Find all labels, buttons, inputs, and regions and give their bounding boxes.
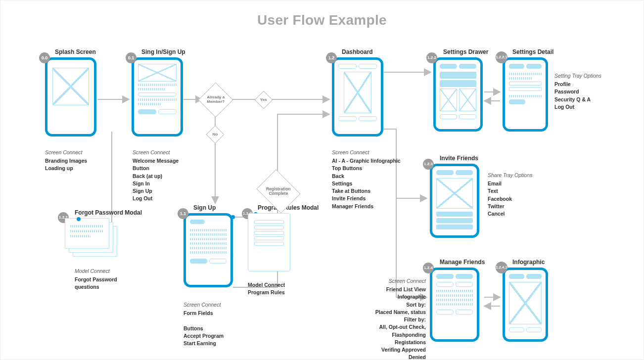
node-settings: Settings Drawer 1.2.2 xyxy=(433,57,483,132)
desc-rules: Model Connect Program Rules xyxy=(248,281,317,296)
label-dashboard: Dashboard xyxy=(342,48,373,55)
desc-signin: Screen Connect Welcome Message Button Ba… xyxy=(133,149,212,203)
badge-manage: 1.2.4 xyxy=(423,263,434,273)
page-title: User Flow Example xyxy=(0,12,644,28)
badge-settings: 1.2.2 xyxy=(426,52,437,63)
node-info: Infographic 1.2.4.1 xyxy=(503,268,548,342)
label-settings: Settings Drawer xyxy=(443,48,488,55)
node-splash: Splash Screen 0.0 xyxy=(45,57,96,136)
label-invite: Invite Friends xyxy=(440,155,478,162)
badge-info: 1.2.4.1 xyxy=(496,262,507,273)
desc-invite: Share Tray Options Email Text Facebook T… xyxy=(488,172,562,218)
decision-member: Already a Member? xyxy=(198,83,233,118)
badge-detail: 1.2.2.1 xyxy=(496,51,507,63)
label-splash: Splash Screen xyxy=(55,48,96,55)
node-signup: Sign Up 1.1 xyxy=(184,213,233,287)
desc-signup: Screen Connect Form Fields Buttons Accep… xyxy=(184,301,263,347)
badge-signin: 0.1 xyxy=(126,52,137,63)
label-detail: Settings Detail xyxy=(512,48,553,55)
badge-invite: 1.2.3 xyxy=(423,159,434,170)
badge-dashboard: 1.2 xyxy=(326,52,337,63)
node-manage: Manage Friends 1.2.4 xyxy=(430,268,479,342)
node-detail: Settings Detail 1.2.2.1 xyxy=(503,57,548,132)
decision-yes: Yes xyxy=(255,91,273,109)
badge-signup: 1.1 xyxy=(178,208,188,219)
desc-splash: Screen Connect Branding Images Loading u… xyxy=(45,149,119,173)
node-rules: Program Rules Modal 1.1.2 xyxy=(248,213,290,271)
decision-no: No xyxy=(206,126,225,144)
label-forgot: Forgot Password Modal xyxy=(75,209,142,216)
node-invite: Invite Friends 1.2.3 xyxy=(430,164,479,238)
label-signin: Sing In/Sign Up xyxy=(141,48,185,55)
label-info: Infographic xyxy=(512,259,545,266)
label-manage: Manage Friends xyxy=(440,259,485,266)
desc-forgot: Model Connect Forgot Password questions xyxy=(75,268,144,291)
node-dashboard: Dashboard 1.2 xyxy=(332,57,383,136)
diagram-canvas: User Flow Example xyxy=(0,0,644,360)
desc-manage: Screen Connect Friend List View Infograp… xyxy=(367,277,426,360)
badge-splash: 0.0 xyxy=(39,52,50,63)
label-signup: Sign Up xyxy=(193,204,216,211)
node-signin: Sing In/Sign Up 0.1 xyxy=(132,57,183,136)
desc-dashboard: Screen Connect AI - A - Graphic Iinfogra… xyxy=(332,149,426,210)
desc-detail: Setting Tray Options Profile Password Se… xyxy=(554,72,629,111)
